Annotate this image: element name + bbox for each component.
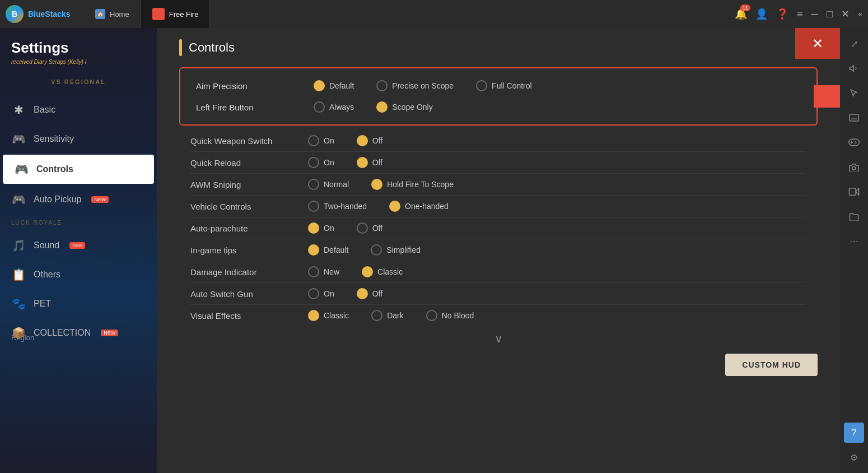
qr-on-radio[interactable] [308,157,319,168]
igt-default-option[interactable]: Default [308,244,348,256]
qws-off-option[interactable]: Off [357,135,382,146]
igt-simplified-option[interactable]: Simplified [371,244,421,256]
sidebar-item-sensitivity[interactable]: 🎮 Sensitivity [0,124,157,154]
auto-parachute-options: On Off [308,222,806,234]
vc-two-radio[interactable] [308,201,319,212]
custom-hud-button[interactable]: CUSTOM HUD [725,354,818,376]
ap-off-option[interactable]: Off [357,222,382,234]
collection-new-badge: NEW [101,330,118,336]
ve-classic-option[interactable]: Classic [308,310,349,321]
game-tab[interactable]: Free Fire [141,0,211,28]
sidebar-item-basic[interactable]: ✱ Basic [0,95,157,124]
qws-on-radio[interactable] [308,135,319,146]
sidebar-item-controls-label: Controls [36,164,73,174]
ap-on-option[interactable]: On [308,222,334,234]
ve-dark-radio[interactable] [371,310,382,321]
aim-full-option[interactable]: Full Control [476,80,532,91]
qws-on-label: On [324,136,334,145]
qws-on-option[interactable]: On [308,135,334,146]
scroll-down-icon: ∨ [494,332,503,345]
video-icon[interactable] [844,182,864,202]
asg-off-radio[interactable] [357,288,368,299]
asg-off-option[interactable]: Off [357,288,382,299]
di-new-radio[interactable] [308,266,319,277]
vc-one-radio[interactable] [389,201,400,212]
minimize-btn[interactable]: ─ [811,8,819,20]
vehicle-controls-row: Vehicle Controls Two-handed One-handed [179,196,818,217]
gamepad-icon[interactable] [844,132,864,152]
close-btn-titlebar[interactable]: ✕ [841,8,850,20]
volume-icon[interactable] [844,58,864,78]
asg-on-radio[interactable] [308,288,319,299]
more-icon[interactable]: ⋯ [844,231,864,251]
maximize-btn[interactable]: □ [827,8,833,20]
qr-off-radio[interactable] [357,157,368,168]
ve-dark-option[interactable]: Dark [371,310,404,321]
qr-off-option[interactable]: Off [357,157,382,168]
expand-icon[interactable]: ⤢ [844,34,864,54]
qr-on-option[interactable]: On [308,157,334,168]
lfb-scope-option[interactable]: Scope Only [376,101,432,113]
collapse-btn[interactable]: « [858,10,862,18]
titlebar: B BlueStacks 🏠 Home Free Fire 🔔 11 👤 ❓ ≡… [0,0,868,28]
di-new-option[interactable]: New [308,266,339,277]
ap-on-radio[interactable] [308,222,319,234]
quick-reload-row: Quick Reload On Off [179,152,818,173]
sidebar-item-pet[interactable]: 🐾 PET [0,289,157,318]
qws-off-radio[interactable] [357,135,368,146]
titlebar-actions: 🔔 11 👤 ❓ ≡ ─ □ ✕ « [735,8,868,20]
help-icon[interactable]: ? [844,423,864,443]
vc-two-option[interactable]: Two-handed [308,201,367,212]
sidebar-item-others[interactable]: 📋 Others [0,260,157,289]
folder-icon[interactable] [844,206,864,226]
igt-simplified-radio[interactable] [371,244,382,256]
in-game-tips-row: In-game tips Default Simplified [179,239,818,261]
awm-normal-radio[interactable] [308,179,319,190]
lfb-scope-radio[interactable] [376,101,388,113]
menu-btn[interactable]: ≡ [797,8,803,20]
ap-on-label: On [324,224,334,233]
ve-classic-radio[interactable] [308,310,319,321]
asg-on-option[interactable]: On [308,288,334,299]
sidebar-item-sound[interactable]: 🎵 Sound TER [0,231,157,260]
home-tab[interactable]: 🏠 Home [84,0,141,28]
visual-effects-options: Classic Dark No Blood [308,310,806,321]
aim-default-option[interactable]: Default [314,80,354,91]
di-classic-radio[interactable] [362,266,373,277]
keyboard-icon[interactable] [844,108,864,128]
ve-noblood-radio[interactable] [426,310,437,321]
aim-full-radio[interactable] [476,80,487,91]
sidebar-item-controls[interactable]: 🎮 Controls [3,155,154,184]
awm-hold-radio[interactable] [371,179,382,190]
aim-default-radio[interactable] [314,80,325,91]
lfb-always-radio[interactable] [314,101,325,113]
vc-one-option[interactable]: One-handed [389,201,449,212]
vc-two-label: Two-handed [324,202,367,211]
screenshot-icon[interactable] [844,157,864,177]
titlebar-tabs: 🏠 Home Free Fire [84,0,210,28]
aim-precision-options: Default Precise on Scope Full Control [314,80,801,91]
others-icon: 📋 [11,268,26,281]
di-classic-option[interactable]: Classic [362,266,403,277]
di-new-label: New [324,267,339,276]
settings-icon[interactable]: ⚙ [844,447,864,467]
aim-precise-radio[interactable] [376,80,388,91]
awm-normal-option[interactable]: Normal [308,179,349,190]
visual-effects-label: Visual Effects [190,311,308,321]
region-label: Region [11,333,34,342]
ve-noblood-option[interactable]: No Blood [426,310,474,321]
ap-off-radio[interactable] [357,222,368,234]
scroll-indicator[interactable]: ∨ [179,326,818,351]
cursor-icon[interactable] [844,83,864,103]
profile-btn[interactable]: 👤 [755,8,768,20]
aim-precise-option[interactable]: Precise on Scope [376,80,454,91]
sidebar-item-collection[interactable]: 📦 COLLECTION NEW [0,318,157,347]
help-btn[interactable]: ❓ [776,8,788,20]
notification-btn[interactable]: 🔔 11 [735,8,747,20]
awm-hold-option[interactable]: Hold Fire To Scope [371,179,454,190]
awm-hold-label: Hold Fire To Scope [387,180,454,189]
lfb-always-option[interactable]: Always [314,101,354,113]
igt-default-radio[interactable] [308,244,319,256]
sidebar-item-auto-pickup[interactable]: 🎮 Auto Pickup NEW [0,185,157,214]
qws-off-label: Off [372,136,382,145]
